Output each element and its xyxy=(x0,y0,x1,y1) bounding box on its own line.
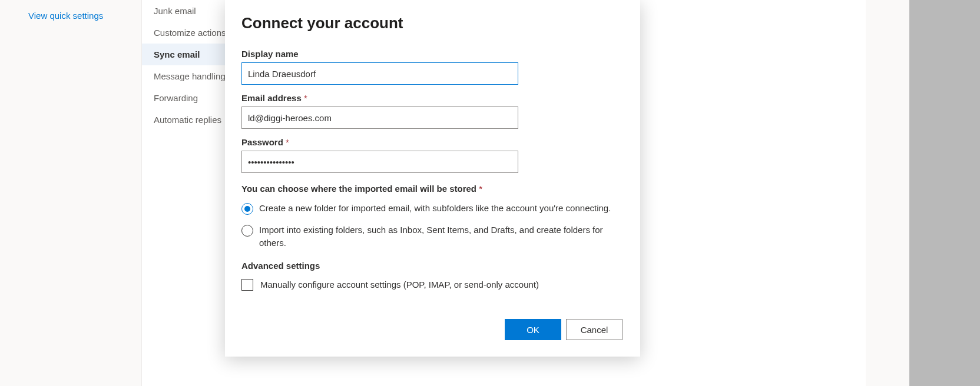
window-edge xyxy=(909,0,980,386)
dialog-button-row: OK Cancel xyxy=(505,319,623,340)
sidebar-item-message-handling[interactable]: Message handling xyxy=(142,65,236,87)
view-quick-settings-link[interactable]: View quick settings xyxy=(28,11,103,21)
sidebar-item-forwarding[interactable]: Forwarding xyxy=(142,87,236,109)
radio-label: Create a new folder for imported email, … xyxy=(259,202,611,215)
email-address-input[interactable] xyxy=(241,107,518,129)
sidebar-item-customize-actions[interactable]: Customize actions xyxy=(142,22,236,44)
cancel-button[interactable]: Cancel xyxy=(566,319,623,340)
display-name-label: Display name xyxy=(241,49,624,59)
radio-import-existing[interactable]: Import into existing folders, such as In… xyxy=(241,224,624,250)
required-asterisk: * xyxy=(286,137,289,147)
manual-config-checkbox[interactable]: Manually configure account settings (POP… xyxy=(241,279,624,291)
required-asterisk: * xyxy=(479,184,482,194)
radio-button-icon xyxy=(241,225,253,237)
connect-account-dialog: Connect your account Display name Email … xyxy=(225,0,640,357)
radio-button-icon xyxy=(241,203,253,215)
store-location-label: You can choose where the imported email … xyxy=(241,184,624,194)
password-label: Password * xyxy=(241,137,624,147)
sidebar-item-sync-email[interactable]: Sync email xyxy=(142,44,236,65)
checkbox-icon xyxy=(241,279,253,291)
display-name-input[interactable] xyxy=(241,62,518,85)
radio-create-new-folder[interactable]: Create a new folder for imported email, … xyxy=(241,202,624,215)
radio-label: Import into existing folders, such as In… xyxy=(259,224,612,250)
email-address-label: Email address * xyxy=(241,93,624,103)
required-asterisk: * xyxy=(304,93,307,103)
settings-sidebar: Junk email Customize actions Sync email … xyxy=(141,0,236,386)
sidebar-item-junk-email[interactable]: Junk email xyxy=(142,0,236,22)
password-input[interactable] xyxy=(241,151,518,173)
dialog-title: Connect your account xyxy=(241,14,624,32)
checkbox-label: Manually configure account settings (POP… xyxy=(260,279,539,290)
sidebar-item-automatic-replies[interactable]: Automatic replies xyxy=(142,109,236,131)
advanced-settings-label: Advanced settings xyxy=(241,261,624,271)
ok-button[interactable]: OK xyxy=(505,319,561,340)
